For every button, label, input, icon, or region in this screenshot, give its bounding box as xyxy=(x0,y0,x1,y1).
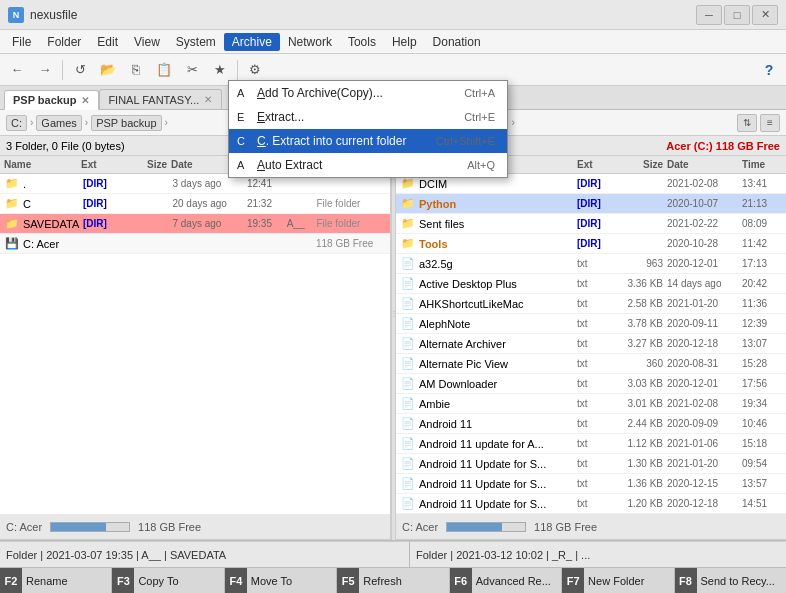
left-row-c[interactable]: 📁 C [DIR] 20 days ago 21:32 File folder xyxy=(0,194,390,214)
left-file-ext-c: [DIR] xyxy=(83,198,118,209)
menu-folder[interactable]: Folder xyxy=(39,33,89,51)
tab-psp-backup[interactable]: PSP backup ✕ xyxy=(4,90,99,110)
right-date-android11a: 2021-01-06 xyxy=(667,438,742,449)
tab-close-psp[interactable]: ✕ xyxy=(80,95,90,106)
drive-icon-c: 💾 xyxy=(4,236,20,252)
right-row-a32[interactable]: 📄 a32.5g txt 963 2020-12-01 17:13 xyxy=(396,254,786,274)
left-drive-free: 118 GB Free xyxy=(138,521,201,533)
right-ext-tools: [DIR] xyxy=(577,238,612,249)
bookmark-button[interactable]: ★ xyxy=(207,57,233,83)
menu-edit[interactable]: Edit xyxy=(89,33,126,51)
menu-system[interactable]: System xyxy=(168,33,224,51)
menu-donation[interactable]: Donation xyxy=(425,33,489,51)
right-row-amd[interactable]: 📄 AM Downloader txt 3.03 KB 2020-12-01 1… xyxy=(396,374,786,394)
file-icon-android11s3: 📄 xyxy=(400,496,416,512)
help-icon-button[interactable]: ? xyxy=(756,57,782,83)
fkey-f6[interactable]: F6 Advanced Re... xyxy=(450,568,562,593)
refresh-button[interactable]: ↺ xyxy=(67,57,93,83)
right-ext-android11a: txt xyxy=(577,438,612,449)
right-row-aleph[interactable]: 📄 AlephNote txt 3.78 KB 2020-09-11 12:39 xyxy=(396,314,786,334)
menu-help[interactable]: Help xyxy=(384,33,425,51)
right-name-sent: Sent files xyxy=(419,218,577,230)
fkey-f2-num: F2 xyxy=(0,568,22,593)
menu-add-archive-shortcut: Ctrl+A xyxy=(464,87,495,99)
right-file-list: 📁 DCIM [DIR] 2021-02-08 13:41 📁 Python [… xyxy=(396,174,786,514)
right-row-android11s2[interactable]: 📄 Android 11 Update for S... txt 1.36 KB… xyxy=(396,474,786,494)
right-row-android11s1[interactable]: 📄 Android 11 Update for S... txt 1.30 KB… xyxy=(396,454,786,474)
fkey-bar: F2 Rename F3 Copy To F4 Move To F5 Refre… xyxy=(0,567,786,593)
left-file-ext-savedata: [DIR] xyxy=(83,218,118,229)
right-ext-android11s3: txt xyxy=(577,498,612,509)
close-button[interactable]: ✕ xyxy=(752,5,778,25)
right-time-android11s2: 13:57 xyxy=(742,478,782,489)
right-row-android11a[interactable]: 📄 Android 11 update for A... txt 1.12 KB… xyxy=(396,434,786,454)
menu-extract-label: Extract... xyxy=(257,110,304,124)
fkey-f7-num: F7 xyxy=(562,568,584,593)
tab-close-ff[interactable]: ✕ xyxy=(203,94,213,105)
menu-archive[interactable]: Archive xyxy=(224,33,280,51)
tab-final-fantasy[interactable]: FINAL FANTASY... ✕ xyxy=(99,89,222,109)
maximize-button[interactable]: □ xyxy=(724,5,750,25)
right-ext-android11s2: txt xyxy=(577,478,612,489)
right-row-sentfiles[interactable]: 📁 Sent files [DIR] 2021-02-22 08:09 xyxy=(396,214,786,234)
menu-bar: File Folder Edit View System Archive Net… xyxy=(0,30,786,54)
fkey-f2[interactable]: F2 Rename xyxy=(0,568,112,593)
left-col-ext: Ext xyxy=(81,159,116,170)
right-row-android11s3[interactable]: 📄 Android 11 Update for S... txt 1.20 KB… xyxy=(396,494,786,514)
minimize-button[interactable]: ─ xyxy=(696,5,722,25)
menu-view[interactable]: View xyxy=(126,33,168,51)
menu-tools[interactable]: Tools xyxy=(340,33,384,51)
folder-icon-sent: 📁 xyxy=(400,216,416,232)
left-file-desc-drive: 118 GB Free xyxy=(316,238,386,249)
fkey-f5-num: F5 xyxy=(337,568,359,593)
right-view-btn[interactable]: ≡ xyxy=(760,114,780,132)
right-name-aleph: AlephNote xyxy=(419,318,577,330)
left-row-drive-c[interactable]: 💾 C: Acer 118 GB Free xyxy=(0,234,390,254)
right-row-tools[interactable]: 📁 Tools [DIR] 2020-10-28 11:42 xyxy=(396,234,786,254)
forward-button[interactable]: → xyxy=(32,57,58,83)
tab-ff-label: FINAL FANTASY... xyxy=(108,94,199,106)
right-row-adp[interactable]: 📄 Active Desktop Plus txt 3.36 KB 14 day… xyxy=(396,274,786,294)
menu-auto-extract[interactable]: A Auto Extract Alt+Q xyxy=(229,153,507,177)
file-icon-a32: 📄 xyxy=(400,256,416,272)
right-name-tools: Tools xyxy=(419,238,577,250)
fkey-f4[interactable]: F4 Move To xyxy=(225,568,337,593)
menu-file[interactable]: File xyxy=(4,33,39,51)
left-row-savedata[interactable]: 📁 SAVEDATA [DIR] 7 days ago 19:35 A__ Fi… xyxy=(0,214,390,234)
right-ext-amd: txt xyxy=(577,378,612,389)
menu-extract[interactable]: E Extract... Ctrl+E xyxy=(229,105,507,129)
file-icon-amd: 📄 xyxy=(400,376,416,392)
right-name-ahk: AHKShortcutLikeMac xyxy=(419,298,577,310)
right-row-altpic[interactable]: 📄 Alternate Pic View txt 360 2020-08-31 … xyxy=(396,354,786,374)
right-row-python[interactable]: 📁 Python [DIR] 2020-10-07 21:13 xyxy=(396,194,786,214)
file-icon-altpic: 📄 xyxy=(400,356,416,372)
settings-button[interactable]: ⚙ xyxy=(242,57,268,83)
back-button[interactable]: ← xyxy=(4,57,30,83)
left-file-time-dot: 12:41 xyxy=(247,178,287,189)
left-breadcrumb-psp[interactable]: PSP backup xyxy=(91,115,161,131)
fkey-f8[interactable]: F8 Send to Recy... xyxy=(675,568,786,593)
right-date-android11s3: 2020-12-18 xyxy=(667,498,742,509)
right-time-altarch: 13:07 xyxy=(742,338,782,349)
fkey-f6-num: F6 xyxy=(450,568,472,593)
fkey-f5-label: Refresh xyxy=(359,575,406,587)
left-breadcrumb-games[interactable]: Games xyxy=(36,115,81,131)
menu-extract-current[interactable]: C C. Extract into current folder Ctrl+Sh… xyxy=(229,129,507,153)
fkey-f7[interactable]: F7 New Folder xyxy=(562,568,674,593)
cut-button[interactable]: ✂ xyxy=(179,57,205,83)
open-folder-button[interactable]: 📂 xyxy=(95,57,121,83)
paste-button[interactable]: 📋 xyxy=(151,57,177,83)
right-row-altarch[interactable]: 📄 Alternate Archiver txt 3.27 KB 2020-12… xyxy=(396,334,786,354)
right-sort-btn[interactable]: ⇅ xyxy=(737,114,757,132)
copy-button[interactable]: ⎘ xyxy=(123,57,149,83)
menu-network[interactable]: Network xyxy=(280,33,340,51)
right-row-android11[interactable]: 📄 Android 11 txt 2.44 KB 2020-09-09 10:4… xyxy=(396,414,786,434)
right-time-android11a: 15:18 xyxy=(742,438,782,449)
fkey-f3[interactable]: F3 Copy To xyxy=(112,568,224,593)
right-row-ahk[interactable]: 📄 AHKShortcutLikeMac txt 2.58 KB 2021-01… xyxy=(396,294,786,314)
menu-add-to-archive[interactable]: A Add To Archive(Copy)... Ctrl+A xyxy=(229,81,507,105)
right-col-date: Date xyxy=(667,159,742,170)
right-row-ambie[interactable]: 📄 Ambie txt 3.01 KB 2021-02-08 19:34 xyxy=(396,394,786,414)
fkey-f5[interactable]: F5 Refresh xyxy=(337,568,449,593)
left-breadcrumb-c[interactable]: C: xyxy=(6,115,27,131)
